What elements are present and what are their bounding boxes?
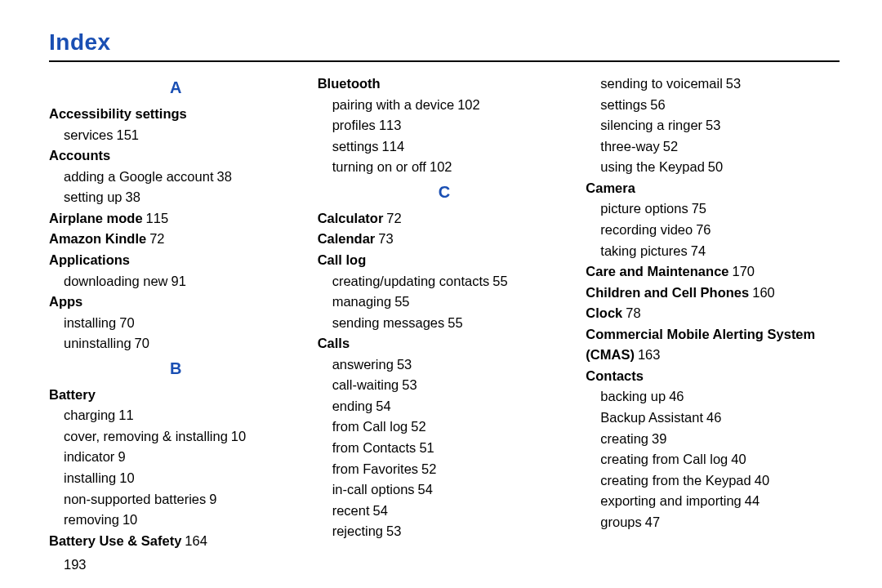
subentry: settings56 (600, 95, 840, 116)
subentry-label: in-call options (332, 482, 415, 497)
page-ref: 56 (650, 97, 665, 112)
subentry-label: taking pictures (600, 243, 687, 258)
page-ref: 73 (378, 231, 393, 246)
entry-camera: Camera (586, 178, 840, 199)
subentry-label: settings (600, 97, 647, 112)
entry-call-log: Call log (318, 250, 572, 271)
entry-label: Calendar (318, 231, 376, 246)
subentry: non-supported batteries9 (64, 489, 303, 510)
subentry-label: uninstalling (64, 336, 131, 350)
page-ref: 10 (119, 470, 134, 485)
subentry: answering53 (332, 354, 572, 376)
page-ref: 38 (216, 169, 231, 184)
page-ref: 53 (397, 357, 412, 372)
entry-accounts: Accounts (49, 145, 303, 167)
subentry-label: settings (332, 139, 379, 154)
page-ref: 52 (421, 461, 436, 476)
page-ref: 46 (706, 410, 721, 425)
page-ref: 78 (626, 305, 640, 320)
subentry: creating from the Keypad40 (600, 470, 840, 492)
entry-amazon-kindle: Amazon Kindle72 (49, 229, 303, 250)
subentry: backing up46 (600, 386, 840, 408)
subentry: sending messages55 (332, 313, 572, 334)
entry-label: Airplane mode (49, 211, 143, 225)
subentry-label: cover, removing & installing (64, 429, 228, 443)
entry-calls: Calls (318, 333, 572, 354)
entry-label: Battery Use & Safety (49, 533, 181, 548)
subentry-label: non-supported batteries (64, 492, 206, 506)
section-letter-b: B (49, 356, 303, 381)
subentry-label: charging (64, 408, 115, 422)
entry-battery-use-safety: Battery Use & Safety164 (49, 531, 303, 552)
entry-battery: Battery (49, 385, 303, 406)
subentry: silencing a ringer53 (600, 115, 840, 136)
subentry: installing10 (64, 468, 303, 489)
subentry: managing55 (332, 292, 572, 313)
page-ref: 10 (122, 512, 137, 527)
subentry: picture options75 (600, 198, 840, 220)
subentry-label: creating from the Keypad (600, 473, 751, 488)
subentry-label: answering (332, 357, 394, 372)
page-ref: 76 (696, 222, 710, 237)
subentry-label: three-way (600, 139, 659, 154)
page-ref: 72 (149, 231, 164, 246)
subentry-label: adding a Google account (64, 169, 213, 184)
page-ref: 75 (692, 201, 706, 216)
subentry: settings114 (332, 136, 572, 158)
entry-calculator: Calculator72 (318, 208, 572, 229)
subentry-label: indicator (64, 449, 114, 464)
subentry: ending54 (332, 396, 572, 417)
subentry: uninstalling70 (64, 333, 303, 354)
page-ref: 74 (691, 243, 706, 258)
subentry: downloading new91 (64, 271, 303, 292)
subentry: groups47 (600, 512, 840, 533)
page-ref: 163 (638, 347, 661, 362)
subentry-label: rejecting (332, 523, 383, 538)
subentry: setting up38 (64, 187, 303, 208)
subentry: using the Keypad50 (600, 157, 840, 178)
page-ref: 160 (752, 285, 775, 300)
entry-accessibility-settings: Accessibility settings (49, 104, 303, 125)
column-1: A Accessibility settings services151 Acc… (49, 74, 303, 576)
page-ref: 170 (732, 264, 755, 278)
subentry-label: creating (600, 431, 648, 446)
subentry-label: picture options (600, 201, 688, 216)
subentry: adding a Google account38 (64, 167, 303, 188)
subentry: creating39 (600, 429, 840, 450)
subentry-label: call-waiting (332, 377, 399, 392)
page-ref: 55 (448, 315, 462, 330)
page-ref: 52 (411, 419, 425, 434)
subentry: call-waiting53 (332, 375, 572, 396)
subentry: taking pictures74 (600, 241, 840, 262)
page-ref: 55 (492, 274, 507, 288)
entry-label: Care and Maintenance (586, 264, 728, 278)
subentry: services151 (64, 125, 303, 146)
subentry: charging11 (64, 405, 303, 426)
page-ref: 11 (118, 408, 133, 422)
index-columns: A Accessibility settings services151 Acc… (49, 74, 840, 576)
page-ref: 102 (457, 97, 480, 112)
subentry-label: sending messages (332, 315, 445, 330)
subentry-label: Backup Assistant (600, 410, 703, 425)
subentry: recent54 (332, 501, 572, 522)
entry-apps: Apps (49, 292, 303, 313)
subentry-label: sending to voicemail (600, 76, 723, 91)
entry-label: Calculator (318, 211, 384, 225)
page-ref: 40 (755, 473, 769, 488)
page-ref: 113 (379, 118, 402, 132)
page-ref: 52 (663, 139, 678, 154)
subentry: from Favorites52 (332, 459, 572, 480)
entry-children-cell-phones: Children and Cell Phones160 (586, 283, 840, 304)
subentry: Backup Assistant46 (600, 408, 840, 429)
subentry-label: services (64, 127, 114, 142)
subentry-label: recent (332, 503, 370, 518)
entry-label: Clock (586, 305, 622, 320)
page-ref: 51 (419, 440, 434, 455)
subentry-label: from Favorites (332, 461, 418, 476)
page-ref: 40 (731, 452, 746, 466)
entry-cmas: Commercial Mobile Alerting System (CMAS)… (586, 324, 840, 366)
page-ref: 10 (231, 429, 246, 443)
page-ref: 53 (386, 523, 401, 538)
subentry: creating/updating contacts55 (332, 271, 572, 292)
page-ref: 39 (652, 431, 666, 446)
